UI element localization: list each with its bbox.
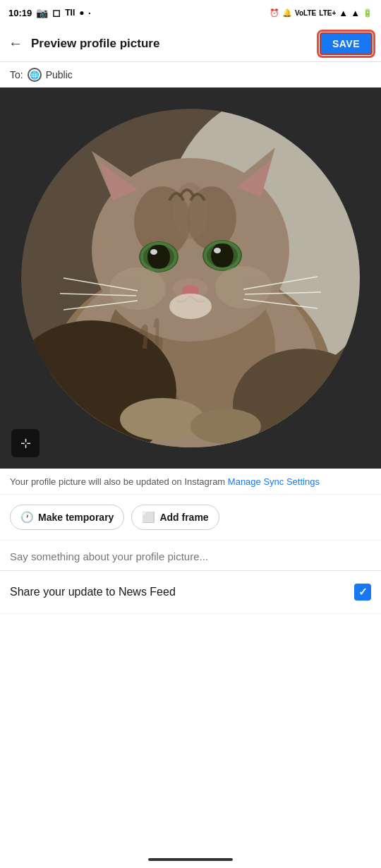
lte2-icon: LTE+: [319, 9, 336, 17]
audience-prefix: To:: [10, 69, 23, 80]
battery-icon: 🔋: [363, 8, 373, 18]
make-temporary-label: Make temporary: [38, 512, 114, 523]
svg-point-38: [169, 294, 212, 319]
volume-icon: 🔔: [282, 8, 292, 18]
lte-icon: VoLTE: [295, 9, 316, 17]
crop-button[interactable]: ⊹: [11, 429, 40, 457]
save-button[interactable]: SAVE: [320, 32, 373, 55]
signal1-icon: ▲: [339, 8, 348, 18]
header: ← Preview profile picture SAVE: [0, 25, 381, 62]
sync-info: Your profile picture will also be update…: [0, 469, 381, 495]
empty-space: [0, 614, 381, 755]
profile-picture-area: ⊹: [0, 88, 381, 469]
camera-icon: 📷: [36, 7, 48, 18]
header-left: ← Preview profile picture: [8, 35, 159, 52]
svg-point-22: [211, 243, 234, 268]
svg-point-21: [147, 244, 170, 270]
circle-icon: ●: [79, 8, 84, 18]
svg-point-24: [214, 248, 221, 253]
action-buttons-row: 🕐 Make temporary ⬜ Add frame: [0, 495, 381, 541]
svg-point-9: [120, 398, 205, 440]
time-display: 10:19: [8, 8, 32, 18]
clock-icon: 🕐: [20, 511, 34, 524]
make-temporary-button[interactable]: 🕐 Make temporary: [10, 505, 124, 530]
audience-value: Public: [46, 69, 73, 80]
add-frame-button[interactable]: ⬜ Add frame: [131, 505, 219, 530]
signal2-icon: ▲: [351, 8, 360, 18]
sync-text: Your profile picture will also be update…: [10, 476, 228, 487]
back-button[interactable]: ←: [8, 35, 23, 52]
page-title: Preview profile picture: [31, 37, 159, 51]
home-indicator: [148, 858, 233, 861]
alarm-icon: ⏰: [270, 8, 279, 18]
crop-icon: ⊹: [20, 435, 31, 451]
manage-sync-link[interactable]: Manage Sync Settings: [228, 476, 320, 487]
status-right: ⏰ 🔔 VoLTE LTE+ ▲ ▲ 🔋: [270, 8, 373, 18]
instagram-icon: ◻: [52, 7, 61, 18]
cat-profile-image: [21, 109, 360, 447]
caption-input[interactable]: [10, 550, 371, 562]
share-label: Share your update to News Feed: [10, 586, 176, 598]
add-frame-label: Add frame: [159, 512, 208, 523]
status-left: 10:19 📷 ◻ TII ● •: [8, 7, 90, 18]
signal-bars-icon: TII: [65, 8, 75, 18]
profile-circle: [21, 109, 360, 447]
checkmark-icon: ✓: [358, 586, 368, 598]
share-news-feed-checkbox[interactable]: ✓: [354, 584, 371, 601]
dot-icon: •: [89, 10, 91, 16]
audience-row: To: 🌐 Public: [0, 62, 381, 88]
status-bar: 10:19 📷 ◻ TII ● • ⏰ 🔔 VoLTE LTE+ ▲ ▲ 🔋: [0, 0, 381, 25]
svg-point-23: [150, 249, 157, 255]
share-row: Share your update to News Feed ✓: [0, 571, 381, 614]
frame-icon: ⬜: [142, 511, 155, 524]
svg-point-10: [190, 409, 261, 444]
caption-area: [0, 541, 381, 571]
globe-icon: 🌐: [28, 68, 42, 82]
